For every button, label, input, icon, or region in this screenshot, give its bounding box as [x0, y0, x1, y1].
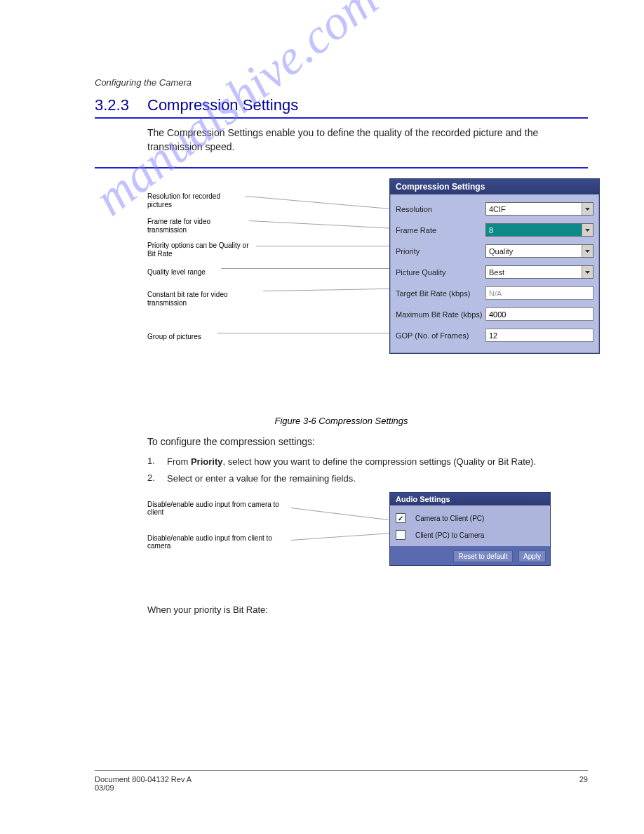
gop-label: GOP (No. of Frames)	[396, 331, 485, 340]
heading-title: Compression Settings	[147, 96, 298, 114]
procedure-intro: To configure the compression settings:	[147, 435, 588, 449]
framerate-value: 8	[486, 224, 582, 236]
callout-line	[263, 288, 389, 291]
figure-audio: Disable/enable audio input from camera t…	[147, 492, 588, 583]
max-bitrate-input[interactable]: 4000	[485, 307, 593, 321]
intro-paragraph: The Compression Settings enable you to d…	[147, 126, 588, 154]
callout-line	[291, 508, 389, 520]
row-resolution: Resolution 4CIF	[396, 199, 593, 220]
callout-line	[256, 246, 389, 246]
step-2-number: 2.	[147, 472, 167, 485]
callout-gop: Group of pictures	[147, 333, 239, 341]
callout-resolution: Resolution for recorded pictures	[147, 192, 246, 209]
picture-quality-select[interactable]: Best	[485, 265, 593, 279]
max-bitrate-label: Maximum Bit Rate (kbps)	[396, 310, 485, 319]
client-to-cam-label: Client (PC) to Camera	[415, 531, 484, 539]
audio-panel: Audio Settings ✓ Camera to Client (PC) C…	[389, 492, 551, 566]
row-priority: Priority Quality	[396, 241, 593, 262]
target-bitrate-label: Target Bit Rate (kbps)	[396, 289, 485, 298]
row-max-bitrate: Maximum Bit Rate (kbps) 4000	[396, 304, 593, 325]
section-heading: 3.2.3 Compression Settings	[95, 96, 588, 119]
framerate-select[interactable]: 8	[485, 223, 593, 237]
picture-quality-label: Picture Quality	[396, 268, 485, 277]
target-bitrate-input: N/A	[485, 286, 593, 300]
checkbox-cam-to-client[interactable]: ✓	[396, 513, 405, 523]
breadcrumb: Configuring the Camera	[95, 77, 588, 88]
figure-compression: Resolution for recorded pictures Frame r…	[147, 178, 588, 403]
resolution-value: 4CIF	[486, 203, 582, 215]
heading-index: 3.2.3	[95, 96, 147, 114]
audio-panel-body: ✓ Camera to Client (PC) Client (PC) to C…	[390, 505, 550, 546]
step-2: 2. Select or enter a value for the remai…	[147, 472, 588, 485]
step-1-text: From Priority, select how you want to de…	[167, 456, 588, 468]
priority-label: Priority	[396, 247, 485, 256]
compression-panel-title: Compression Settings	[390, 179, 599, 194]
callout-bitrate: Constant bit rate for video transmission	[147, 291, 260, 307]
row-cam-to-client: ✓ Camera to Client (PC)	[396, 510, 544, 527]
priority-value: Quality	[486, 245, 582, 257]
footer-right-page-number: 29	[579, 775, 588, 792]
callout-line	[249, 220, 389, 228]
callout-framerate: Frame rate for video transmission	[147, 218, 246, 234]
step-1: 1. From Priority, select how you want to…	[147, 456, 588, 468]
compression-panel-body: Resolution 4CIF Frame Rate 8 Priority	[390, 194, 599, 353]
footer-left: Document 800-04132 Rev A 03/09	[95, 775, 192, 792]
callout-priority: Priority options can be Quality or Bit R…	[147, 241, 253, 258]
priority-select[interactable]: Quality	[485, 244, 593, 258]
callout-quality: Quality level range	[147, 268, 239, 277]
row-client-to-cam: Client (PC) to Camera	[396, 527, 544, 543]
row-gop: GOP (No. of Frames) 12	[396, 325, 593, 346]
callout-audio-client-to-cam: Disable/enable audio input from client t…	[147, 534, 288, 550]
step-1-number: 1.	[147, 456, 167, 468]
framerate-label: Frame Rate	[396, 226, 485, 234]
chevron-down-icon	[582, 245, 593, 257]
row-framerate: Frame Rate 8	[396, 220, 593, 241]
resolution-label: Resolution	[396, 205, 485, 213]
compression-panel: Compression Settings Resolution 4CIF Fra…	[389, 178, 600, 354]
row-target-bitrate: Target Bit Rate (kbps) N/A	[396, 283, 593, 304]
callout-audio-cam-to-client: Disable/enable audio input from camera t…	[147, 501, 288, 516]
figure-caption-1: Figure 3-6 Compression Settings	[95, 416, 588, 426]
checkbox-client-to-cam[interactable]	[396, 530, 405, 540]
reset-button[interactable]: Reset to default	[453, 550, 512, 562]
following-paragraph: When your priority is Bit Rate:	[147, 604, 588, 615]
callout-line	[291, 534, 389, 541]
callout-line	[246, 196, 389, 209]
divider-line	[95, 167, 588, 168]
picture-quality-value: Best	[486, 266, 582, 278]
audio-panel-title: Audio Settings	[390, 493, 550, 505]
step-2-text: Select or enter a value for the remainin…	[167, 472, 588, 485]
audio-panel-footer: Reset to default Apply	[390, 546, 550, 565]
chevron-down-icon	[582, 224, 593, 236]
callout-line	[217, 333, 389, 333]
callout-line	[221, 268, 389, 269]
row-picture-quality: Picture Quality Best	[396, 262, 593, 283]
chevron-down-icon	[582, 266, 593, 278]
page-footer: Document 800-04132 Rev A 03/09 29	[95, 770, 588, 792]
gop-input[interactable]: 12	[485, 329, 593, 342]
cam-to-client-label: Camera to Client (PC)	[415, 515, 484, 522]
resolution-select[interactable]: 4CIF	[485, 202, 593, 216]
apply-button[interactable]: Apply	[518, 550, 546, 562]
chevron-down-icon	[582, 203, 593, 215]
